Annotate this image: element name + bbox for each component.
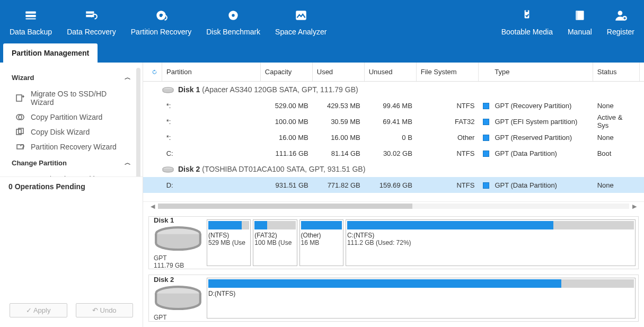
horizontal-scrollbar[interactable]: ◀ ▶ bbox=[143, 201, 644, 211]
copy-disk-icon bbox=[16, 128, 24, 136]
part-size: 16 MB bbox=[301, 239, 342, 246]
part-label: (FAT32) bbox=[254, 232, 295, 239]
toolbar-register[interactable]: Register bbox=[599, 0, 642, 42]
svg-point-8 bbox=[232, 14, 234, 16]
cell-unused: 69.41 MB bbox=[365, 118, 417, 126]
manual-icon bbox=[573, 8, 587, 22]
cell-status: None bbox=[593, 134, 640, 142]
copy-partition-icon bbox=[16, 113, 24, 121]
disk-icon bbox=[154, 225, 202, 253]
sidebar-item-copy-partition-wizard[interactable]: Copy Partition Wizard bbox=[0, 110, 143, 125]
diskmap-partition[interactable]: (NTFS)529 MB (Use bbox=[207, 219, 251, 267]
cell-type: GPT (Data Partition) bbox=[479, 181, 593, 189]
toolbar-manual[interactable]: Manual bbox=[560, 0, 599, 42]
toolbar-bootable-media[interactable]: Bootable Media bbox=[494, 0, 560, 42]
disk-map-area: Disk 1GPT111.79 GB(NTFS)529 MB (Use(FAT3… bbox=[143, 211, 644, 327]
cell-status: None bbox=[593, 181, 640, 189]
diskmap-label: Disk 1GPT111.79 GB bbox=[152, 219, 205, 267]
scroll-right-icon[interactable]: ▶ bbox=[629, 203, 640, 210]
col-filesystem[interactable]: File System bbox=[417, 63, 479, 81]
cell-capacity: 16.00 MB bbox=[261, 134, 313, 142]
cell-capacity: 931.51 GB bbox=[261, 181, 313, 189]
cell-unused: 159.69 GB bbox=[365, 181, 417, 189]
scroll-left-icon[interactable]: ◀ bbox=[147, 203, 158, 210]
disk-header-row[interactable]: Disk 2 (TOSHIBA DT01ACA100 SATA, GPT, 93… bbox=[143, 161, 644, 177]
col-capacity[interactable]: Capacity bbox=[261, 63, 313, 81]
cell-used: 429.53 MB bbox=[313, 102, 365, 110]
svg-rect-1 bbox=[25, 15, 36, 17]
toolbar-partition-recovery[interactable]: Partition Recovery bbox=[123, 0, 199, 42]
type-badge-icon bbox=[483, 182, 489, 189]
section-change-partition[interactable]: Change Partition︿ bbox=[0, 154, 143, 172]
top-toolbar: Data BackupData RecoveryPartition Recove… bbox=[0, 0, 644, 42]
cell-partition: C: bbox=[162, 149, 261, 157]
type-badge-icon bbox=[483, 103, 489, 109]
cell-type: GPT (EFI System partition) bbox=[479, 118, 593, 126]
partition-row[interactable]: *:16.00 MB16.00 MB0 BOtherGPT (Reserved … bbox=[143, 129, 644, 145]
disk-icon bbox=[162, 166, 174, 172]
apply-button[interactable]: ✓ Apply bbox=[10, 303, 67, 317]
toolbar-data-backup[interactable]: Data Backup bbox=[2, 0, 59, 42]
toolbar-space-analyzer[interactable]: Space Analyzer bbox=[268, 0, 334, 42]
part-label: (NTFS) bbox=[208, 232, 249, 239]
disk-benchmark-icon bbox=[226, 8, 240, 22]
type-badge-icon bbox=[483, 119, 489, 125]
diskmap-partition[interactable]: (FAT32)100 MB (Use bbox=[253, 219, 297, 267]
svg-rect-3 bbox=[86, 11, 94, 13]
move-resize-icon bbox=[16, 175, 24, 176]
sidebar-item-move-resize-partition[interactable]: Move/Resize Partition bbox=[0, 172, 143, 176]
diskmap-partition[interactable]: D:(NTFS) bbox=[207, 278, 636, 319]
cell-partition: D: bbox=[162, 181, 261, 189]
svg-rect-16 bbox=[16, 95, 22, 101]
register-icon bbox=[614, 8, 628, 22]
toolbar-disk-benchmark[interactable]: Disk Benchmark bbox=[199, 0, 268, 42]
cell-used: 16.00 MB bbox=[313, 134, 365, 142]
diskmap-partition[interactable]: C:(NTFS)111.2 GB (Used: 72%) bbox=[346, 219, 636, 267]
bootable-media-icon bbox=[520, 8, 534, 22]
sidebar-item-partition-recovery-wizard[interactable]: Partition Recovery Wizard bbox=[0, 139, 143, 154]
col-used[interactable]: Used bbox=[313, 63, 365, 81]
disk-name: Disk 2 bbox=[178, 165, 200, 173]
col-unused[interactable]: Unused bbox=[365, 63, 417, 81]
svg-rect-13 bbox=[576, 11, 577, 20]
sidebar-item-label: Move/Resize Partition bbox=[31, 175, 103, 176]
cell-unused: 30.02 GB bbox=[365, 149, 417, 157]
disk-icon bbox=[154, 285, 202, 313]
undo-button[interactable]: ↶ Undo bbox=[76, 303, 134, 317]
cell-used: 30.59 MB bbox=[313, 118, 365, 126]
toolbar-label: Data Backup bbox=[10, 28, 52, 36]
svg-point-14 bbox=[618, 11, 623, 15]
partition-recovery-icon bbox=[154, 8, 168, 22]
diskmap-disk-2: Disk 2GPTD:(NTFS) bbox=[148, 275, 639, 322]
disk-header-row[interactable]: Disk 1 (Apacer AS340 120GB SATA, GPT, 11… bbox=[143, 82, 644, 98]
toolbar-label: Data Recovery bbox=[67, 28, 116, 36]
part-label: D:(NTFS) bbox=[208, 290, 634, 297]
grid-header: Partition Capacity Used Unused File Syst… bbox=[143, 63, 644, 82]
toolbar-label: Space Analyzer bbox=[275, 28, 327, 36]
cell-fs: NTFS bbox=[417, 149, 479, 157]
cell-type: GPT (Reserved Partition) bbox=[479, 134, 593, 142]
section-wizard[interactable]: Wizard︿ bbox=[0, 69, 143, 86]
col-status[interactable]: Status bbox=[593, 63, 640, 81]
partition-row[interactable]: C:111.16 GB81.14 GB30.02 GBNTFSGPT (Data… bbox=[143, 145, 644, 161]
diskmap-partition[interactable]: (Other)16 MB bbox=[299, 219, 343, 267]
col-type[interactable]: Type bbox=[479, 63, 593, 81]
svg-rect-21 bbox=[17, 145, 23, 149]
tab-partition-management[interactable]: Partition Management bbox=[3, 43, 98, 63]
disk-info: (TOSHIBA DT01ACA100 SATA, GPT, 931.51 GB… bbox=[202, 165, 365, 173]
sidebar-item-copy-disk-wizard[interactable]: Copy Disk Wizard bbox=[0, 125, 143, 139]
partition-row[interactable]: *:529.00 MB429.53 MB99.46 MBNTFSGPT (Rec… bbox=[143, 98, 644, 113]
toolbar-data-recovery[interactable]: Data Recovery bbox=[59, 0, 123, 42]
toolbar-label: Manual bbox=[568, 28, 592, 36]
sidebar-item-migrate-os-to-ssd-hd-wizard[interactable]: Migrate OS to SSD/HD Wizard bbox=[0, 86, 143, 110]
toolbar-label: Partition Recovery bbox=[131, 28, 191, 36]
partition-row[interactable]: *:100.00 MB30.59 MB69.41 MBFAT32GPT (EFI… bbox=[143, 113, 644, 129]
col-partition[interactable]: Partition bbox=[162, 63, 261, 81]
migrate-os-icon bbox=[16, 94, 24, 102]
refresh-icon[interactable] bbox=[147, 63, 162, 81]
cell-capacity: 111.16 GB bbox=[261, 149, 313, 157]
partition-row[interactable]: D:931.51 GB771.82 GB159.69 GBNTFSGPT (Da… bbox=[143, 177, 644, 193]
data-recovery-icon bbox=[84, 8, 98, 22]
cell-fs: NTFS bbox=[417, 181, 479, 189]
sidebar-item-label: Copy Partition Wizard bbox=[31, 113, 102, 121]
